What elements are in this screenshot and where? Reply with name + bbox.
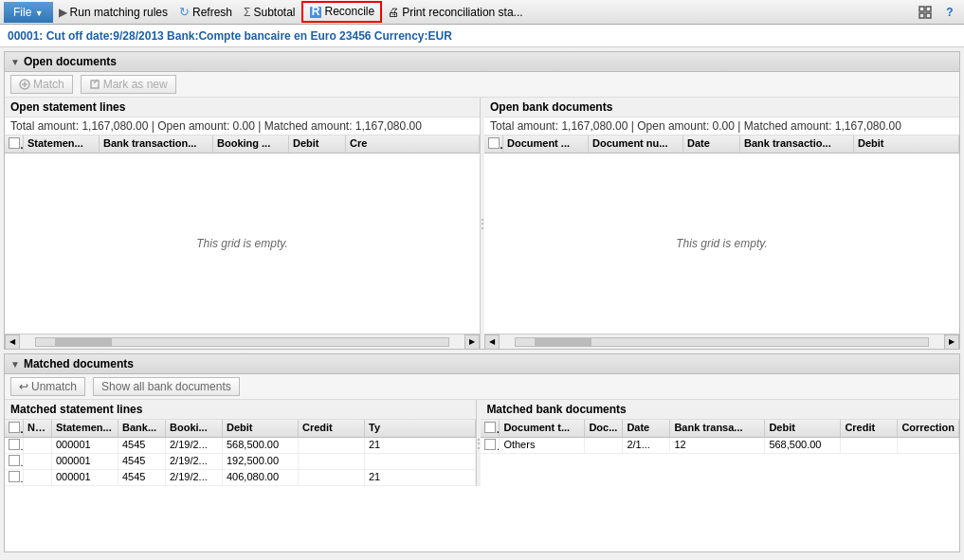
matched-bank-row[interactable]: Others 2/1... 12 568,500.00 <box>481 438 959 454</box>
matched-col-credit[interactable]: Credit <box>299 420 365 437</box>
cell-bank-1: 4545 <box>118 438 166 453</box>
bank-cell-date-1: 2/1... <box>623 438 670 453</box>
open-statement-hscroll[interactable]: ◀ ▶ <box>5 334 480 349</box>
cell-ty-1: 21 <box>365 438 476 453</box>
refresh-button[interactable]: ↻ Refresh <box>173 3 238 21</box>
col-debit-bank[interactable]: Debit <box>854 135 959 153</box>
cell-debit-3: 406,080.00 <box>223 470 299 485</box>
matched-col-statement[interactable]: Statemen... <box>52 420 118 437</box>
cell-cb-1[interactable] <box>5 438 24 453</box>
matched-bank-panel: Matched bank documents Document t... Doc… <box>481 400 959 486</box>
run-matching-rules-button[interactable]: ▶ Run matching rules <box>53 4 173 21</box>
open-bank-header: Open bank documents <box>484 98 959 117</box>
open-statement-grid: Statemen... Bank transaction... Booking … <box>5 135 480 334</box>
col-document-nu[interactable]: Document nu... <box>589 135 683 153</box>
matched-bank-header-checkbox[interactable] <box>484 422 496 433</box>
matched-statement-row[interactable]: 000001 4545 2/19/2... 406,080.00 21 <box>5 470 476 486</box>
matched-documents-section: ▼ Matched documents ↩ Unmatch Show all b… <box>4 353 960 552</box>
open-bank-grid: Document ... Document nu... Date Bank tr… <box>484 135 959 334</box>
open-action-bar: Match Mark as new <box>5 72 959 98</box>
matched-bank-col-debit[interactable]: Debit <box>765 420 841 437</box>
bank-cell-doc-t-1: Others <box>500 438 585 453</box>
bank-scroll-right-arrow[interactable]: ▶ <box>944 334 959 350</box>
open-bank-hscroll[interactable]: ◀ ▶ <box>484 334 959 349</box>
subtotal-button[interactable]: Σ Subtotal <box>238 4 300 21</box>
matched-collapse-icon: ▼ <box>10 359 20 370</box>
matched-statement-row[interactable]: 000001 4545 2/19/2... 568,500.00 21 <box>5 438 476 454</box>
scroll-thumb[interactable] <box>55 338 112 346</box>
print-icon: 🖨 <box>388 6 399 19</box>
show-all-bank-docs-button[interactable]: Show all bank documents <box>93 377 240 396</box>
cell-new-1 <box>24 438 52 453</box>
bank-scroll-track[interactable] <box>515 337 929 347</box>
header-checkbox[interactable] <box>9 137 20 149</box>
matched-header-checkbox[interactable] <box>9 422 20 433</box>
cell-credit-2 <box>299 454 365 469</box>
col-debit[interactable]: Debit <box>289 135 346 153</box>
col-statement[interactable]: Statemen... <box>24 135 100 153</box>
mark-as-new-button[interactable]: Mark as new <box>81 75 176 94</box>
row-checkbox-3[interactable] <box>9 471 20 482</box>
matched-col-booking[interactable]: Booki... <box>166 420 223 437</box>
view-toggle-button[interactable] <box>915 2 936 23</box>
header-checkbox-bank[interactable] <box>488 137 500 149</box>
cell-statement-1: 000001 <box>52 438 118 453</box>
matched-statement-label: Matched statement lines <box>10 403 142 416</box>
col-bank-transactio[interactable]: Bank transactio... <box>740 135 854 153</box>
cell-credit-3 <box>299 470 365 485</box>
row-checkbox-2[interactable] <box>9 455 20 466</box>
cell-credit-1 <box>299 438 365 453</box>
matched-statement-row[interactable]: 000001 4545 2/19/2... 192,500.00 <box>5 454 476 470</box>
open-bank-stats: Total amount: 1,167,080.00 | Open amount… <box>484 117 959 135</box>
col-credit[interactable]: Cre <box>346 135 480 153</box>
print-button[interactable]: 🖨 Print reconciliation sta... <box>382 4 528 21</box>
subtotal-icon: Σ <box>244 6 250 19</box>
file-menu-button[interactable]: File ▼ <box>4 2 53 23</box>
cell-cb-3[interactable] <box>5 470 24 485</box>
help-button[interactable]: ? <box>939 2 960 23</box>
toolbar-right: ? <box>915 2 960 23</box>
scroll-right-arrow[interactable]: ▶ <box>464 334 480 350</box>
matched-bank-col-credit[interactable]: Credit <box>841 420 898 437</box>
matched-col-new[interactable]: New <box>24 420 52 437</box>
bank-cell-cb-1[interactable] <box>481 438 500 453</box>
unmatch-button[interactable]: ↩ Unmatch <box>10 377 85 396</box>
matched-two-panel: Matched statement lines New Statemen... … <box>5 400 959 486</box>
scroll-left-arrow[interactable]: ◀ <box>5 334 20 350</box>
matched-bank-col-bank-transa[interactable]: Bank transa... <box>670 420 765 437</box>
help-icon: ? <box>946 6 953 19</box>
open-statement-stats-text: Total amount: 1,167,080.00 | Open amount… <box>10 119 422 133</box>
row-checkbox-1[interactable] <box>9 439 20 450</box>
match-button[interactable]: Match <box>10 75 73 94</box>
col-booking[interactable]: Booking ... <box>213 135 289 153</box>
open-bank-empty: This grid is empty. <box>676 237 767 250</box>
show-all-label: Show all bank documents <box>101 380 231 393</box>
main-content: ▼ Open documents Match Mark as new <box>0 47 964 556</box>
file-chevron-icon: ▼ <box>35 9 44 18</box>
svg-rect-3 <box>926 7 931 11</box>
collapse-icon: ▼ <box>10 57 20 67</box>
scroll-track[interactable] <box>35 337 449 347</box>
bank-cell-doc-1 <box>585 438 623 453</box>
reconcile-button[interactable]: R Reconcile <box>301 1 383 23</box>
open-bank-rows: This grid is empty. <box>484 154 959 334</box>
cell-cb-2[interactable] <box>5 454 24 469</box>
bank-scroll-thumb[interactable] <box>535 338 591 346</box>
col-document-t[interactable]: Document ... <box>503 135 589 153</box>
matched-col-debit[interactable]: Debit <box>223 420 299 437</box>
col-checkbox <box>5 135 24 153</box>
matched-statement-grid: New Statemen... Bank... Booki... Debit C… <box>5 420 476 486</box>
col-date[interactable]: Date <box>683 135 740 153</box>
matched-bank-col-correction[interactable]: Correction <box>898 420 959 437</box>
mark-label: Mark as new <box>103 78 168 91</box>
matched-action-bar: ↩ Unmatch Show all bank documents <box>5 374 959 400</box>
cell-booking-3: 2/19/2... <box>166 470 223 485</box>
matched-bank-col-doc[interactable]: Doc... <box>585 420 623 437</box>
matched-col-ty[interactable]: Ty <box>365 420 476 437</box>
matched-bank-col-doc-t[interactable]: Document t... <box>500 420 585 437</box>
bank-scroll-left-arrow[interactable]: ◀ <box>484 334 500 350</box>
matched-bank-col-date[interactable]: Date <box>623 420 670 437</box>
matched-col-bank[interactable]: Bank... <box>118 420 166 437</box>
bank-row-checkbox-1[interactable] <box>484 439 496 450</box>
col-bank-transaction[interactable]: Bank transaction... <box>100 135 213 153</box>
